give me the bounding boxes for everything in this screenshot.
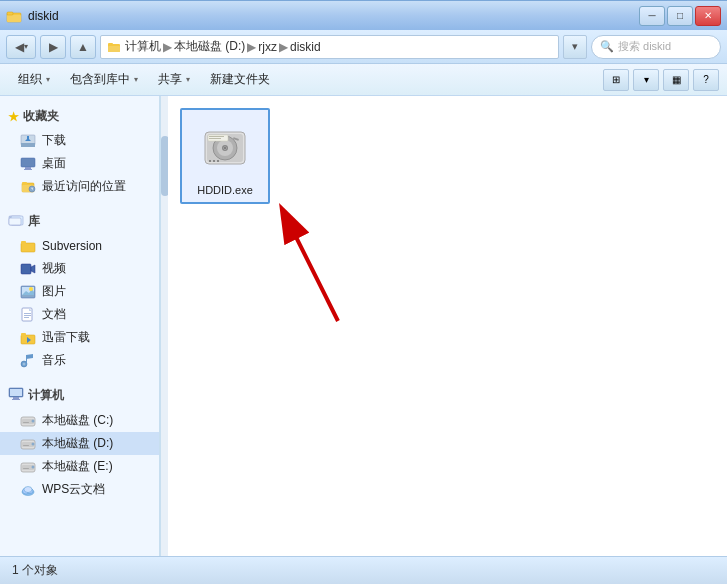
xunlei-icon [20,330,36,346]
svg-marker-25 [31,265,35,273]
title-bar: diskid ─ □ ✕ [0,0,727,30]
sidebar-item-video[interactable]: 视频 [0,257,159,280]
sidebar-libraries-header: 库 [0,208,159,235]
forward-icon: ▶ [49,40,58,54]
sidebar-item-wps-cloud[interactable]: WPS云文档 [0,478,159,501]
folder-icon-addr [107,40,121,54]
forward-button[interactable]: ▶ [40,35,66,59]
drive-c-label: 本地磁盘 (C:) [42,412,113,429]
svg-point-60 [24,486,32,492]
red-arrow-annotation [258,196,378,326]
path-computer[interactable]: 计算机 [125,38,161,55]
svg-point-39 [23,362,26,365]
svg-rect-33 [24,315,31,316]
svg-rect-9 [27,136,29,140]
path-diskid[interactable]: diskid [290,40,321,54]
main-area: ★ 收藏夹 下载 [0,96,727,556]
sidebar-item-xunlei[interactable]: 迅雷下载 [0,326,159,349]
svg-rect-70 [213,160,215,162]
file-hddid[interactable]: HDDID.exe [180,108,270,204]
svg-rect-71 [217,160,219,162]
view-dropdown-button[interactable]: ▾ [633,69,659,91]
sidebar-item-desktop[interactable]: 桌面 [0,152,159,175]
downloads-icon [20,133,36,149]
svg-rect-44 [12,399,20,400]
search-icon: 🔍 [600,40,614,53]
svg-rect-22 [21,243,35,252]
address-dropdown-button[interactable]: ▾ [563,35,587,59]
share-button[interactable]: 共享 ▾ [148,66,200,94]
path-drive-d[interactable]: 本地磁盘 (D:) [174,38,245,55]
star-icon: ★ [8,110,19,124]
svg-rect-7 [21,143,35,147]
pictures-icon [20,284,36,300]
back-button[interactable]: ◀ ▾ [6,35,36,59]
pictures-label: 图片 [42,283,66,300]
svg-rect-40 [26,358,27,365]
xunlei-label: 迅雷下载 [42,329,90,346]
sidebar-item-drive-d[interactable]: 本地磁盘 (D:) [0,432,159,455]
sidebar-item-documents[interactable]: 文档 [0,303,159,326]
maximize-button[interactable]: □ [667,6,693,26]
wps-cloud-label: WPS云文档 [42,481,105,498]
svg-rect-21 [9,218,21,225]
video-label: 视频 [42,260,66,277]
svg-rect-23 [21,241,26,244]
include-library-arrow-icon: ▾ [134,75,138,84]
organize-button[interactable]: 组织 ▾ [8,66,60,94]
up-icon: ▲ [77,40,89,54]
video-icon [20,261,36,277]
drive-e-label: 本地磁盘 (E:) [42,458,113,475]
svg-rect-34 [24,317,29,318]
drive-c-icon [20,413,36,429]
wps-cloud-icon [20,482,36,498]
include-library-button[interactable]: 包含到库中 ▾ [60,66,148,94]
svg-rect-43 [13,397,19,399]
share-arrow-icon: ▾ [186,75,190,84]
documents-icon [20,307,36,323]
address-path[interactable]: 计算机 ▶ 本地磁盘 (D:) ▶ rjxz ▶ diskid [100,35,559,59]
recent-icon [20,179,36,195]
share-label: 共享 [158,71,182,88]
title-bar-buttons: ─ □ ✕ [639,6,721,26]
svg-rect-32 [24,313,31,314]
file-area: HDDID.exe [168,96,727,556]
new-folder-button[interactable]: 新建文件夹 [200,66,280,94]
drive-d-label: 本地磁盘 (D:) [42,435,113,452]
sidebar-scrollbar[interactable] [160,96,168,556]
svg-rect-42 [10,389,22,396]
svg-rect-52 [23,445,29,446]
svg-rect-4 [108,46,120,52]
sidebar-item-music[interactable]: 音乐 [0,349,159,372]
sidebar-item-pictures[interactable]: 图片 [0,280,159,303]
svg-rect-12 [24,169,32,170]
path-rjxz[interactable]: rjxz [258,40,277,54]
svg-point-68 [224,147,226,149]
svg-rect-74 [209,138,221,139]
sidebar-item-subversion[interactable]: Subversion [0,235,159,257]
title-bar-left: diskid [6,8,59,24]
desktop-label: 桌面 [42,155,66,172]
new-folder-label: 新建文件夹 [210,71,270,88]
svg-point-29 [29,287,33,291]
search-box[interactable]: 🔍 搜索 diskid [591,35,721,59]
sidebar-item-downloads[interactable]: 下载 [0,129,159,152]
details-pane-button[interactable]: ▦ [663,69,689,91]
sidebar-libraries-section: 库 Subversion 视频 [0,208,159,372]
view-grid-icon: ⊞ [612,74,620,85]
sidebar-item-recent[interactable]: 最近访问的位置 [0,175,159,198]
view-mode-button[interactable]: ⊞ [603,69,629,91]
up-button[interactable]: ▲ [70,35,96,59]
svg-line-76 [288,221,338,321]
drive-d-icon [20,436,36,452]
sidebar-computer-section: 计算机 本地磁盘 (C:) [0,382,159,501]
minimize-button[interactable]: ─ [639,6,665,26]
help-button[interactable]: ? [693,69,719,91]
status-bar: 1 个对象 [0,556,727,584]
close-button[interactable]: ✕ [695,6,721,26]
recent-label: 最近访问的位置 [42,178,126,195]
details-pane-icon: ▦ [672,74,681,85]
library-icon [8,212,24,231]
sidebar-item-drive-e[interactable]: 本地磁盘 (E:) [0,455,159,478]
sidebar-item-drive-c[interactable]: 本地磁盘 (C:) [0,409,159,432]
